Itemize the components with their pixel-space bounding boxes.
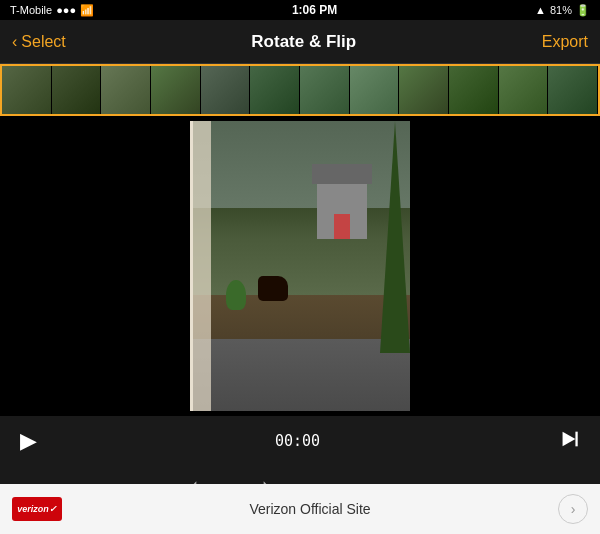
nav-bar: ‹ Select Rotate & Flip Export [0,20,600,64]
filmstrip-frame[interactable] [201,66,251,114]
video-frame [190,121,410,411]
status-bar: T-Mobile ●●● 📶 1:06 PM ▲ 81% 🔋 [0,0,600,20]
battery-icon: 🔋 [576,4,590,17]
page-title: Rotate & Flip [251,32,356,52]
ad-text: Verizon Official Site [249,501,370,517]
back-chevron-icon: ‹ [12,33,17,51]
video-plant [226,280,246,310]
status-right: ▲ 81% 🔋 [535,4,590,17]
back-button[interactable]: ‹ Select [12,33,66,51]
carrier-label: T-Mobile [10,4,52,16]
video-fence [193,121,211,411]
filmstrip-frame[interactable] [449,66,499,114]
filmstrip-frame[interactable] [399,66,449,114]
video-sky [193,121,410,208]
back-label: Select [21,33,65,51]
video-background [193,121,410,411]
video-path [193,339,410,412]
ad-logo-area: verizon✓ [12,497,62,521]
video-dog [258,276,288,301]
location-icon: ▲ [535,4,546,16]
play-button[interactable]: ▶ [20,428,37,454]
ad-chevron-icon[interactable]: › [558,494,588,524]
skip-end-button[interactable] [558,428,580,455]
video-shed-roof [312,164,372,184]
skip-end-icon [558,428,580,450]
video-shed-door [334,214,350,239]
time-display: 1:06 PM [292,3,337,17]
verizon-logo-text: verizon✓ [17,504,57,514]
filmstrip-frame[interactable] [548,66,598,114]
time-counter: 00:00 [275,432,320,450]
filmstrip-frame[interactable] [52,66,102,114]
filmstrip-frames [2,66,598,114]
video-shed [317,179,367,239]
video-area [0,116,600,416]
controls-bar: ▶ 00:00 [0,416,600,466]
filmstrip-frame[interactable] [101,66,151,114]
export-button[interactable]: Export [542,33,588,51]
verizon-logo: verizon✓ [12,497,62,521]
signal-icon: ●●● [56,4,76,16]
filmstrip-frame[interactable] [250,66,300,114]
svg-marker-0 [563,431,576,446]
svg-rect-1 [575,431,577,446]
ad-banner[interactable]: verizon✓ Verizon Official Site › [0,484,600,534]
filmstrip[interactable] [0,64,600,116]
battery-label: 81% [550,4,572,16]
status-left: T-Mobile ●●● 📶 [10,4,94,17]
filmstrip-frame[interactable] [499,66,549,114]
filmstrip-frame[interactable] [2,66,52,114]
filmstrip-frame[interactable] [151,66,201,114]
filmstrip-frame[interactable] [300,66,350,114]
filmstrip-frame[interactable] [350,66,400,114]
wifi-icon: 📶 [80,4,94,17]
